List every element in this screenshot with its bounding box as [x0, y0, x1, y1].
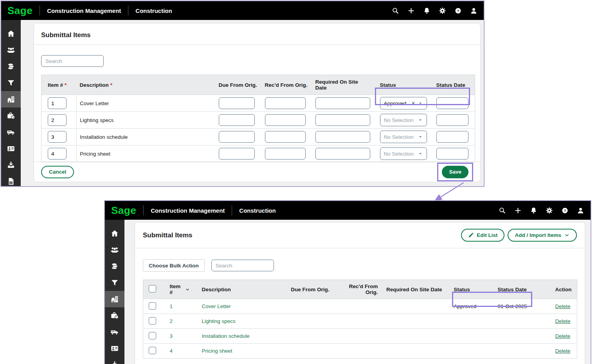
add-icon[interactable] [514, 207, 522, 214]
status-date-input[interactable] [436, 148, 468, 160]
settings-icon[interactable] [546, 207, 553, 214]
due-from-orig-input[interactable] [219, 114, 255, 126]
settings-icon[interactable] [439, 7, 446, 14]
choose-bulk-action-button[interactable]: Choose Bulk Action [143, 259, 205, 272]
recd-from-orig-input[interactable] [265, 114, 306, 126]
sidebar-item-downloads[interactable] [105, 357, 124, 364]
account-icon[interactable] [470, 7, 477, 14]
item-number-link[interactable]: 2 [170, 318, 173, 324]
sort-chevron-icon [185, 287, 190, 292]
notifications-icon[interactable] [423, 7, 430, 14]
due-from-orig-input[interactable] [219, 131, 255, 143]
add-icon[interactable] [407, 7, 415, 14]
item-number-input[interactable] [48, 131, 67, 143]
notifications-icon[interactable] [530, 207, 537, 214]
item-number-input[interactable] [48, 97, 67, 109]
row-checkbox[interactable] [149, 317, 156, 325]
item-number-input[interactable] [48, 148, 67, 160]
delete-link[interactable]: Delete [555, 318, 571, 324]
status-select[interactable]: No Selection [380, 114, 427, 126]
search-icon[interactable] [392, 7, 399, 14]
sidebar-item-reports[interactable] [1, 173, 21, 186]
save-highlight-annotation: Save [437, 163, 473, 181]
edit-list-button[interactable]: Edit List [461, 229, 504, 242]
status-date-input[interactable] [436, 131, 468, 143]
item-number-link[interactable]: 4 [170, 348, 173, 354]
due-from-orig-input[interactable] [219, 148, 255, 160]
search-icon[interactable] [499, 207, 506, 214]
sidebar-item-filter[interactable] [105, 274, 124, 291]
row-checkbox[interactable] [149, 302, 156, 310]
description-link[interactable]: Lighting specs [202, 318, 236, 324]
search-input[interactable] [211, 260, 274, 271]
recd-from-orig-input[interactable] [265, 148, 306, 160]
chevron-down-icon [564, 232, 570, 238]
sidebar-item-projects[interactable] [105, 291, 124, 307]
status-select[interactable]: No Selection [380, 131, 427, 143]
row-checkbox[interactable] [149, 332, 156, 339]
add-import-items-button[interactable]: Add / Import Items [508, 229, 577, 242]
select-all-checkbox[interactable] [149, 285, 156, 292]
buildings-icon [7, 95, 15, 104]
id-card-icon [110, 344, 119, 353]
sidebar-item-people[interactable] [1, 42, 21, 58]
sidebar-item-downloads[interactable] [1, 157, 21, 173]
delete-link[interactable]: Delete [555, 333, 571, 339]
sidebar-item-jobs[interactable] [105, 307, 124, 324]
sort-by-item-number[interactable]: Item # [170, 283, 190, 295]
sidebar-item-finance[interactable] [105, 258, 124, 274]
column-header-action: Action [551, 280, 577, 299]
sidebar-item-fleet[interactable] [105, 324, 124, 340]
delete-link[interactable]: Delete [555, 303, 571, 309]
sidebar-item-filter[interactable] [1, 75, 21, 91]
help-icon[interactable] [561, 207, 569, 214]
required-on-site-date-input[interactable] [315, 148, 370, 160]
search-input[interactable] [41, 55, 104, 67]
cancel-button[interactable]: Cancel [41, 166, 74, 178]
module-name[interactable]: Construction [239, 207, 276, 214]
required-on-site-date-input[interactable] [315, 131, 370, 143]
status-date-input[interactable] [436, 114, 468, 126]
status-value: Approved [445, 299, 491, 314]
row-checkbox[interactable] [149, 347, 156, 354]
description-link[interactable]: Cover Letter [202, 303, 231, 309]
sidebar-item-finance[interactable] [1, 58, 21, 75]
sidebar-item-contacts[interactable] [105, 340, 124, 357]
module-name[interactable]: Construction [135, 7, 172, 14]
required-on-site-value [381, 299, 445, 314]
column-header-recd-from-orig: Rec'd From Orig. [333, 280, 381, 299]
sidebar-item-home[interactable] [105, 225, 124, 242]
sidebar-item-fleet[interactable] [1, 124, 21, 140]
status-select[interactable]: Approved [380, 97, 427, 109]
help-icon[interactable] [454, 7, 462, 14]
sage-logo[interactable]: Sage [7, 5, 32, 16]
sidebar-item-projects[interactable] [1, 91, 21, 108]
buildings-icon [110, 295, 119, 303]
sage-logo[interactable]: Sage [111, 205, 136, 215]
app-name[interactable]: Construction Management [47, 7, 121, 14]
recd-from-orig-input[interactable] [265, 97, 306, 109]
item-number-link[interactable]: 1 [170, 303, 173, 309]
recd-from-orig-input[interactable] [265, 131, 306, 143]
description-link[interactable]: Installation schedule [202, 333, 250, 339]
status-select[interactable]: No Selection [380, 147, 427, 160]
save-button[interactable]: Save [442, 166, 468, 178]
footer-action-bar: Cancel Save [34, 161, 480, 182]
sidebar-item-jobs[interactable] [1, 108, 21, 124]
account-icon[interactable] [577, 207, 584, 214]
required-on-site-date-input[interactable] [315, 114, 370, 126]
item-number-input[interactable] [48, 114, 67, 126]
people-icon [7, 46, 15, 54]
delete-link[interactable]: Delete [555, 348, 571, 354]
required-on-site-date-input[interactable] [315, 97, 370, 109]
status-date-input[interactable] [436, 97, 468, 109]
caret-down-icon [418, 100, 423, 106]
description-link[interactable]: Pricing sheet [202, 348, 232, 354]
sidebar-item-contacts[interactable] [1, 140, 21, 157]
sidebar-item-home[interactable] [1, 25, 21, 42]
clear-icon[interactable] [411, 100, 416, 106]
item-number-link[interactable]: 3 [170, 333, 173, 339]
sidebar-item-people[interactable] [105, 242, 124, 258]
due-from-orig-input[interactable] [219, 97, 255, 109]
app-name[interactable]: Construction Management [151, 207, 225, 214]
